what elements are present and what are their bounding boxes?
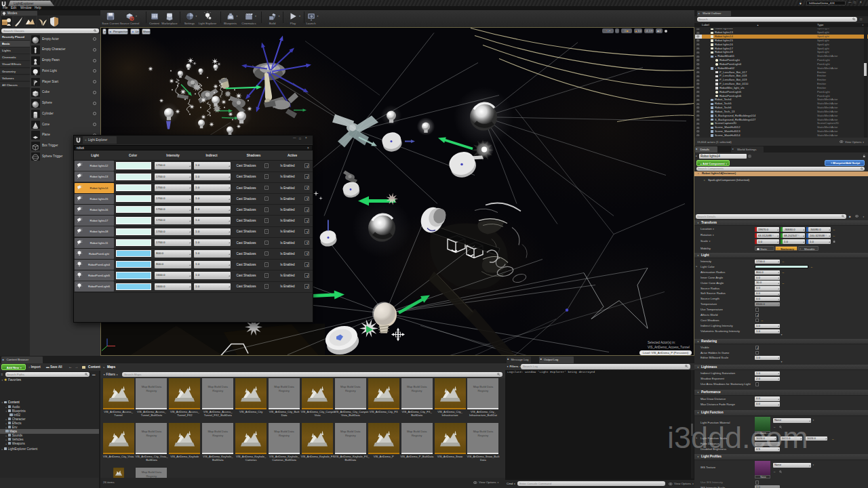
svg-text:LightExplorer: LightExplorer bbox=[14, 1, 34, 5]
